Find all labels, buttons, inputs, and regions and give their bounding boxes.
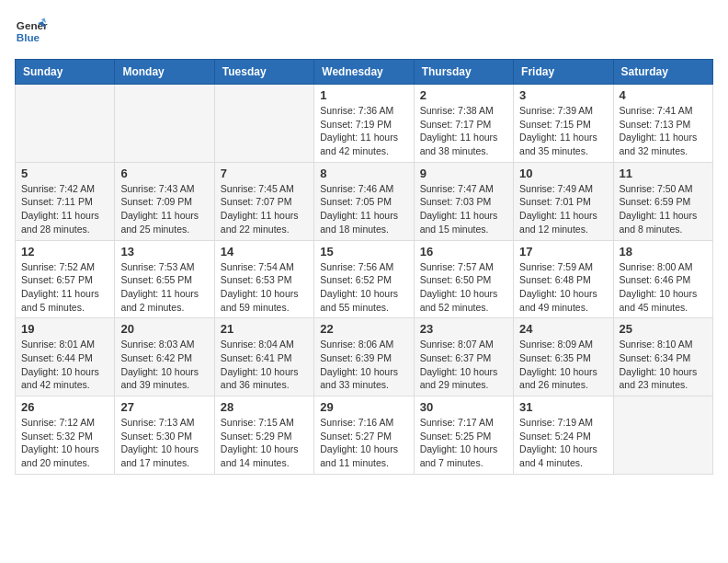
day-cell: 30Sunrise: 7:17 AM Sunset: 5:25 PM Dayli…: [414, 396, 513, 475]
day-info: Sunrise: 8:03 AM Sunset: 6:42 PM Dayligh…: [120, 338, 208, 392]
day-cell: 26Sunrise: 7:12 AM Sunset: 5:32 PM Dayli…: [16, 396, 115, 475]
day-info: Sunrise: 8:04 AM Sunset: 6:41 PM Dayligh…: [221, 338, 308, 392]
day-info: Sunrise: 7:36 AM Sunset: 7:19 PM Dayligh…: [320, 104, 407, 158]
day-number: 17: [519, 245, 607, 259]
day-info: Sunrise: 7:57 AM Sunset: 6:50 PM Dayligh…: [420, 260, 507, 315]
weekday-header-friday: Friday: [514, 60, 613, 85]
day-number: 31: [519, 400, 607, 414]
day-info: Sunrise: 7:42 AM Sunset: 7:11 PM Dayligh…: [21, 182, 108, 236]
weekday-header-monday: Monday: [115, 60, 214, 85]
day-cell: 27Sunrise: 7:13 AM Sunset: 5:30 PM Dayli…: [115, 396, 214, 475]
day-info: Sunrise: 8:06 AM Sunset: 6:39 PM Dayligh…: [320, 338, 407, 392]
day-info: Sunrise: 7:41 AM Sunset: 7:13 PM Dayligh…: [620, 104, 707, 158]
day-info: Sunrise: 7:54 AM Sunset: 6:53 PM Dayligh…: [221, 260, 308, 315]
weekday-header-row: SundayMondayTuesdayWednesdayThursdayFrid…: [16, 60, 713, 85]
day-number: 1: [320, 88, 407, 102]
day-number: 9: [420, 167, 507, 180]
day-number: 16: [420, 245, 507, 259]
svg-text:Blue: Blue: [17, 31, 40, 43]
day-cell: 24Sunrise: 8:09 AM Sunset: 6:35 PM Dayli…: [514, 318, 613, 396]
day-info: Sunrise: 8:07 AM Sunset: 6:37 PM Dayligh…: [420, 338, 507, 392]
day-number: 25: [620, 322, 707, 336]
day-info: Sunrise: 7:17 AM Sunset: 5:25 PM Dayligh…: [420, 416, 507, 470]
day-number: 10: [519, 167, 607, 180]
day-number: 6: [120, 167, 208, 180]
day-number: 20: [120, 322, 208, 336]
day-number: 21: [221, 322, 308, 336]
day-number: 30: [420, 400, 507, 414]
day-info: Sunrise: 7:16 AM Sunset: 5:27 PM Dayligh…: [320, 416, 407, 470]
day-cell: 2Sunrise: 7:38 AM Sunset: 7:17 PM Daylig…: [414, 85, 513, 163]
day-info: Sunrise: 8:01 AM Sunset: 6:44 PM Dayligh…: [21, 338, 108, 392]
day-cell: 15Sunrise: 7:56 AM Sunset: 6:52 PM Dayli…: [314, 240, 414, 318]
day-number: 26: [21, 400, 108, 414]
weekday-header-tuesday: Tuesday: [214, 60, 313, 85]
calendar-header: General Blue: [15, 15, 713, 48]
day-number: 27: [120, 400, 208, 414]
day-number: 22: [320, 322, 407, 336]
week-row-3: 12Sunrise: 7:52 AM Sunset: 6:57 PM Dayli…: [16, 240, 713, 318]
calendar-table: SundayMondayTuesdayWednesdayThursdayFrid…: [15, 59, 713, 475]
day-info: Sunrise: 7:47 AM Sunset: 7:03 PM Dayligh…: [420, 182, 507, 236]
day-info: Sunrise: 7:49 AM Sunset: 7:01 PM Dayligh…: [519, 182, 607, 236]
day-info: Sunrise: 7:50 AM Sunset: 6:59 PM Dayligh…: [620, 182, 707, 236]
day-cell: 28Sunrise: 7:15 AM Sunset: 5:29 PM Dayli…: [214, 396, 313, 475]
day-number: 11: [620, 167, 707, 180]
day-number: 12: [21, 245, 108, 259]
day-cell: 14Sunrise: 7:54 AM Sunset: 6:53 PM Dayli…: [214, 240, 313, 318]
day-cell: 20Sunrise: 8:03 AM Sunset: 6:42 PM Dayli…: [115, 318, 214, 396]
day-cell: 17Sunrise: 7:59 AM Sunset: 6:48 PM Dayli…: [514, 240, 613, 318]
day-number: 4: [620, 88, 707, 102]
day-number: 8: [320, 167, 407, 180]
day-cell: [16, 85, 115, 163]
weekday-header-saturday: Saturday: [613, 60, 712, 85]
day-number: 19: [21, 322, 108, 336]
day-info: Sunrise: 7:56 AM Sunset: 6:52 PM Dayligh…: [320, 260, 407, 315]
day-number: 14: [221, 245, 308, 259]
day-info: Sunrise: 7:53 AM Sunset: 6:55 PM Dayligh…: [120, 260, 208, 315]
day-cell: 7Sunrise: 7:45 AM Sunset: 7:07 PM Daylig…: [214, 162, 313, 240]
day-cell: 23Sunrise: 8:07 AM Sunset: 6:37 PM Dayli…: [414, 318, 513, 396]
day-cell: 6Sunrise: 7:43 AM Sunset: 7:09 PM Daylig…: [115, 162, 214, 240]
day-cell: 11Sunrise: 7:50 AM Sunset: 6:59 PM Dayli…: [613, 162, 712, 240]
day-cell: 31Sunrise: 7:19 AM Sunset: 5:24 PM Dayli…: [514, 396, 613, 475]
day-cell: [214, 85, 313, 163]
day-number: 15: [320, 245, 407, 259]
day-info: Sunrise: 8:10 AM Sunset: 6:34 PM Dayligh…: [620, 338, 707, 392]
day-cell: 13Sunrise: 7:53 AM Sunset: 6:55 PM Dayli…: [115, 240, 214, 318]
day-cell: 19Sunrise: 8:01 AM Sunset: 6:44 PM Dayli…: [16, 318, 115, 396]
day-cell: 10Sunrise: 7:49 AM Sunset: 7:01 PM Dayli…: [514, 162, 613, 240]
weekday-header-wednesday: Wednesday: [314, 60, 414, 85]
day-number: 2: [420, 88, 507, 102]
day-cell: 16Sunrise: 7:57 AM Sunset: 6:50 PM Dayli…: [414, 240, 513, 318]
day-info: Sunrise: 7:39 AM Sunset: 7:15 PM Dayligh…: [519, 104, 607, 158]
day-info: Sunrise: 7:38 AM Sunset: 7:17 PM Dayligh…: [420, 104, 507, 158]
day-number: 3: [519, 88, 607, 102]
day-number: 28: [221, 400, 308, 414]
day-info: Sunrise: 7:59 AM Sunset: 6:48 PM Dayligh…: [519, 260, 607, 315]
weekday-header-sunday: Sunday: [16, 60, 115, 85]
day-info: Sunrise: 8:00 AM Sunset: 6:46 PM Dayligh…: [620, 260, 707, 315]
week-row-2: 5Sunrise: 7:42 AM Sunset: 7:11 PM Daylig…: [16, 162, 713, 240]
day-number: 18: [620, 245, 707, 259]
day-number: 24: [519, 322, 607, 336]
week-row-1: 1Sunrise: 7:36 AM Sunset: 7:19 PM Daylig…: [16, 85, 713, 163]
day-number: 7: [221, 167, 308, 180]
day-cell: 12Sunrise: 7:52 AM Sunset: 6:57 PM Dayli…: [16, 240, 115, 318]
day-cell: 9Sunrise: 7:47 AM Sunset: 7:03 PM Daylig…: [414, 162, 513, 240]
day-cell: 21Sunrise: 8:04 AM Sunset: 6:41 PM Dayli…: [214, 318, 313, 396]
day-number: 5: [21, 167, 108, 180]
day-number: 13: [120, 245, 208, 259]
week-row-4: 19Sunrise: 8:01 AM Sunset: 6:44 PM Dayli…: [16, 318, 713, 396]
day-cell: 3Sunrise: 7:39 AM Sunset: 7:15 PM Daylig…: [514, 85, 613, 163]
day-info: Sunrise: 7:46 AM Sunset: 7:05 PM Dayligh…: [320, 182, 407, 236]
day-cell: 18Sunrise: 8:00 AM Sunset: 6:46 PM Dayli…: [613, 240, 712, 318]
day-info: Sunrise: 7:12 AM Sunset: 5:32 PM Dayligh…: [21, 416, 108, 470]
day-cell: 25Sunrise: 8:10 AM Sunset: 6:34 PM Dayli…: [613, 318, 712, 396]
logo-icon: General Blue: [15, 15, 48, 48]
day-cell: 1Sunrise: 7:36 AM Sunset: 7:19 PM Daylig…: [314, 85, 414, 163]
day-number: 23: [420, 322, 507, 336]
day-info: Sunrise: 7:52 AM Sunset: 6:57 PM Dayligh…: [21, 260, 108, 315]
day-info: Sunrise: 7:19 AM Sunset: 5:24 PM Dayligh…: [519, 416, 607, 470]
logo: General Blue: [15, 15, 48, 48]
